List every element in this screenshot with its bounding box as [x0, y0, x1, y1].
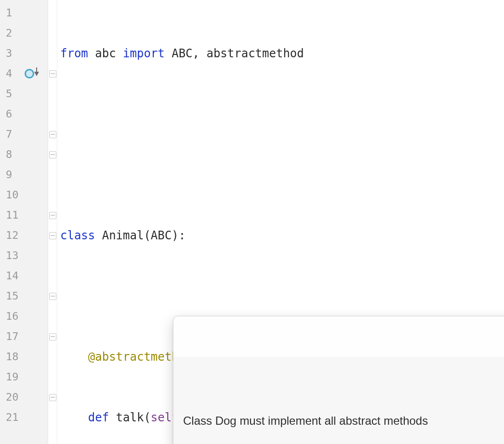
fold-handle-icon[interactable]	[49, 212, 56, 219]
code-line: class Animal(ABC):	[57, 225, 504, 246]
line-number: 12	[0, 225, 48, 246]
line-number: 8	[0, 144, 48, 165]
code-area[interactable]: from abc import ABC, abstractmethod clas…	[57, 0, 504, 444]
override-icon[interactable]	[25, 69, 39, 78]
inspection-header: Class Dog must implement all abstract me…	[173, 357, 504, 444]
line-number: 1	[0, 3, 48, 23]
inspection-popup: Class Dog must implement all abstract me…	[173, 316, 504, 444]
code-line	[57, 286, 504, 306]
line-number: 5	[0, 84, 48, 104]
code-line	[57, 104, 504, 124]
fold-handle-icon[interactable]	[49, 232, 56, 239]
line-number: 17	[0, 326, 48, 347]
line-number: 2	[0, 23, 48, 43]
line-number: 10	[0, 185, 48, 205]
fold-handle-icon[interactable]	[49, 394, 56, 401]
line-number: 4	[0, 64, 48, 84]
gutter: 1 2 3 4 5 6 7 8 9 10 11 12 13 14 15 16 1…	[0, 0, 48, 444]
line-number: 6	[0, 104, 48, 124]
line-number: 19	[0, 367, 48, 387]
line-number: 14	[0, 266, 48, 286]
line-number: 3	[0, 43, 48, 64]
line-number: 20	[0, 387, 48, 407]
fold-handle-icon[interactable]	[49, 151, 56, 158]
line-number: 16	[0, 306, 48, 326]
fold-column	[48, 0, 57, 444]
line-number: 13	[0, 246, 48, 266]
fold-handle-icon[interactable]	[49, 70, 56, 78]
line-number: 15	[0, 286, 48, 306]
inspection-title: Class Dog must implement all abstract me…	[183, 413, 504, 429]
fold-handle-icon[interactable]	[49, 293, 56, 300]
code-editor: 1 2 3 4 5 6 7 8 9 10 11 12 13 14 15 16 1…	[0, 0, 504, 444]
line-number: 9	[0, 165, 48, 185]
line-number: 7	[0, 124, 48, 144]
code-line: from abc import ABC, abstractmethod	[57, 43, 504, 64]
fold-handle-icon[interactable]	[49, 131, 56, 138]
line-number: 11	[0, 205, 48, 225]
code-line	[57, 165, 504, 185]
line-number: 21	[0, 407, 48, 428]
line-number: 18	[0, 347, 48, 367]
fold-handle-icon[interactable]	[49, 333, 56, 340]
